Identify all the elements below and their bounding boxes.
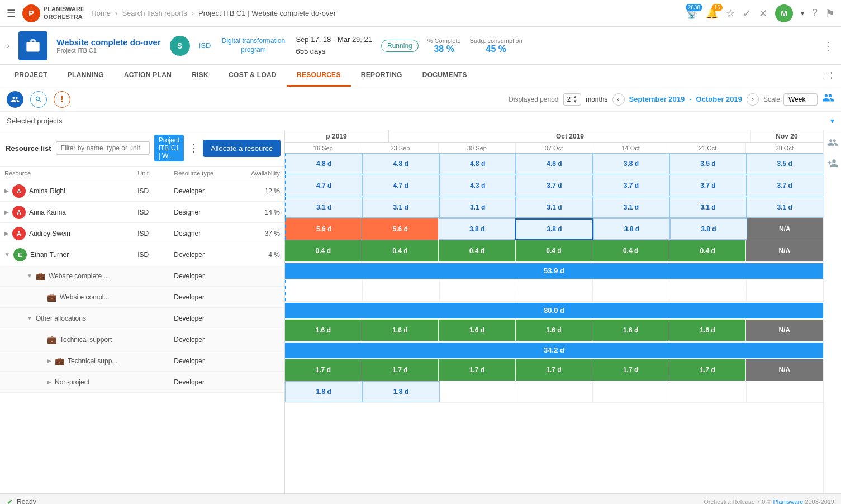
tab-reporting[interactable]: REPORTING [351,65,412,87]
expand-toggle[interactable]: ▼ [27,273,32,279]
more-options-btn[interactable]: ⋮ [823,39,834,53]
gantt-cell[interactable]: 3.7 d [593,175,669,196]
tab-resources[interactable]: RESOURCES [287,65,351,87]
gantt-cell[interactable]: 1.7 d [362,359,439,381]
gantt-cell[interactable]: 3.1 d [362,197,439,218]
right-person-btn[interactable] [827,137,838,151]
expand-toggle[interactable]: ▶ [4,188,9,194]
period-arrows[interactable]: ▲ ▼ [573,95,577,104]
gantt-cell[interactable]: 5.6 d [285,218,362,240]
gantt-cell[interactable]: 1.6 d [592,320,669,341]
notification-btn[interactable]: 📡 2838 [686,7,698,20]
user-avatar[interactable]: M [775,4,793,22]
gantt-cell[interactable]: 1.6 d [439,320,516,341]
period-prev-btn[interactable]: ‹ [612,93,625,106]
period-down-arrow[interactable]: ▼ [573,99,577,104]
gantt-cell[interactable]: 1.6 d [516,320,593,341]
gantt-cell[interactable]: N/A [746,359,823,381]
right-person-add-btn[interactable] [827,158,838,172]
expand-toggle[interactable]: ▼ [27,315,32,321]
alert-btn[interactable]: ! [54,91,70,108]
program-link[interactable]: Digital transformation program [220,37,287,54]
gantt-cell[interactable]: 1.8 d [362,381,439,402]
project-tag[interactable]: Project ITB C1 | W... [154,135,184,161]
tab-planning[interactable]: PLANNING [58,65,114,87]
expand-toggle[interactable]: ▶ [4,230,9,236]
star-icon[interactable]: ☆ [726,7,735,20]
gantt-cell[interactable]: 1.7 d [285,359,362,381]
tab-risk[interactable]: RISK [182,65,218,87]
person-filter-icon[interactable] [822,92,834,107]
gantt-cell[interactable]: 3.8 d [593,153,669,174]
gantt-cell[interactable]: 3.1 d [439,197,516,218]
gantt-cell[interactable]: 4.8 d [439,153,516,174]
gantt-cell[interactable]: N/A [746,320,823,341]
period-next-btn[interactable]: › [747,93,759,106]
gantt-cell[interactable]: N/A [747,218,823,240]
gantt-cell[interactable]: 4.8 d [285,153,362,174]
gantt-cell[interactable]: 1.6 d [669,320,747,341]
bell-btn[interactable]: 🔔 15 [706,7,718,20]
gantt-cell[interactable]: 4.7 d [285,175,362,196]
gantt-cell[interactable]: 3.1 d [669,197,746,218]
check-icon[interactable]: ✓ [743,7,751,20]
help-icon[interactable]: ? [812,7,818,19]
project-expand-btn[interactable]: › [7,41,9,51]
expand-toggle[interactable]: ▼ [4,251,10,258]
user-dropdown[interactable]: ▾ [801,9,804,17]
gantt-cell[interactable]: 0.4 d [592,240,669,261]
tab-expand-btn[interactable]: ⛶ [819,65,837,87]
expand-toggle[interactable]: ▶ [47,358,51,364]
search-view-btn[interactable] [30,91,47,108]
planisware-link[interactable]: Planisware [773,498,804,505]
gantt-cell[interactable]: 3.7 d [747,175,823,196]
gantt-cell[interactable]: 4.8 d [362,153,439,174]
filter-input[interactable] [56,141,150,155]
flag-icon[interactable]: ⚑ [825,7,834,20]
gantt-cell[interactable]: 3.8 d [439,218,515,240]
menu-icon[interactable]: ☰ [7,7,16,20]
tab-documents[interactable]: DOCUMENTS [412,65,477,87]
gantt-cell[interactable]: 3.8 d [593,218,670,240]
gantt-cell[interactable]: 4.8 d [516,153,592,174]
gantt-cell[interactable]: 0.4 d [669,240,747,261]
scale-select[interactable]: Week [783,93,818,106]
gantt-cell[interactable]: 3.8 d [515,218,593,240]
people-view-btn[interactable] [7,91,23,108]
gantt-cell[interactable]: 1.6 d [285,320,362,341]
allocate-resource-btn[interactable]: Allocate a resource [203,140,281,157]
gantt-cell[interactable]: 1.7 d [592,359,669,381]
gantt-cell[interactable]: 4.3 d [439,175,516,196]
breadcrumb-search[interactable]: Search flash reports [122,9,187,17]
breadcrumb-home[interactable]: Home [91,9,111,17]
tab-action-plan[interactable]: ACTION PLAN [114,65,182,87]
gantt-cell[interactable]: 1.7 d [669,359,747,381]
gantt-cell[interactable]: 0.4 d [285,240,362,261]
gantt-cell[interactable]: 1.7 d [516,359,593,381]
gantt-cell[interactable]: 1.8 d [285,381,362,402]
gantt-cell[interactable]: 1.6 d [362,320,439,341]
expand-toggle[interactable]: ▶ [4,209,9,215]
gantt-cell[interactable]: 3.1 d [516,197,592,218]
gantt-cell[interactable]: 0.4 d [439,240,516,261]
gantt-cell[interactable]: N/A [746,240,823,261]
gantt-cell[interactable]: 3.1 d [593,197,669,218]
gantt-cell[interactable]: 4.7 d [362,175,439,196]
tab-cost-load[interactable]: COST & LOAD [218,65,287,87]
gantt-cell[interactable]: 0.4 d [516,240,593,261]
tag-more-btn[interactable]: ⋮ [188,142,198,154]
gantt-cell[interactable]: 3.5 d [669,153,746,174]
gantt-cell[interactable]: 1.7 d [439,359,516,381]
gantt-cell[interactable]: 3.7 d [669,175,746,196]
gantt-cell[interactable]: 3.1 d [285,197,362,218]
expand-toggle[interactable]: ▶ [47,379,51,385]
selected-projects-expand[interactable]: ▾ [830,116,834,125]
tab-project[interactable]: PROJECT [4,65,58,87]
close-icon[interactable]: ✕ [759,7,767,20]
period-input[interactable]: 2 ▲ ▼ [563,93,582,106]
gantt-cell[interactable]: 5.6 d [362,218,438,240]
gantt-cell[interactable]: 3.5 d [747,153,823,174]
gantt-cell[interactable]: 3.7 d [516,175,592,196]
gantt-cell[interactable]: 0.4 d [362,240,439,261]
gantt-cell[interactable]: 3.8 d [670,218,747,240]
